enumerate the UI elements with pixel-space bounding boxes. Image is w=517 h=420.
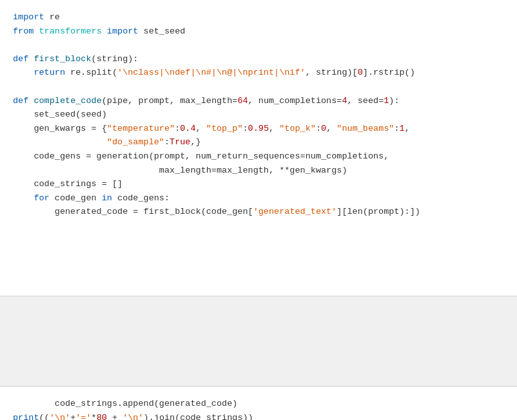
- code-line-6: [13, 80, 504, 94]
- code-line-12: max_length=max_length, **gen_kwargs): [13, 164, 504, 178]
- code-line-10: "do_sample":True,}: [13, 135, 504, 149]
- code-line-2: from transformers import set_seed: [13, 24, 504, 39]
- code-line-b1: code_strings.append(generated_code): [13, 397, 504, 411]
- code-line-8: set_seed(seed): [13, 108, 504, 122]
- code-line-11: code_gens = generation(prompt, num_retur…: [13, 149, 504, 164]
- code-line-7: def complete_code(pipe, prompt, max_leng…: [13, 94, 504, 108]
- code-line-1: import re: [13, 10, 504, 24]
- code-editor-bottom[interactable]: code_strings.append(generated_code) prin…: [0, 387, 517, 420]
- code-line-9: gen_kwargs = {"temperature":0.4, "top_p"…: [13, 122, 504, 136]
- code-line-5: return re.split('\nclass|\ndef|\n#|\n@|\…: [13, 66, 504, 80]
- code-line-14: for code_gen in code_gens:: [13, 191, 504, 205]
- code-editor-top[interactable]: import re from transformers import set_s…: [0, 0, 517, 296]
- code-line-3: [13, 38, 504, 52]
- code-gap: [0, 296, 517, 387]
- code-line-15: generated_code = first_block(code_gen['g…: [13, 205, 504, 219]
- code-line-b2: print(('\n'+'='*80 + '\n').join(code_str…: [13, 411, 504, 420]
- code-line-4: def first_block(string):: [13, 52, 504, 66]
- code-line-13: code_strings = []: [13, 177, 504, 191]
